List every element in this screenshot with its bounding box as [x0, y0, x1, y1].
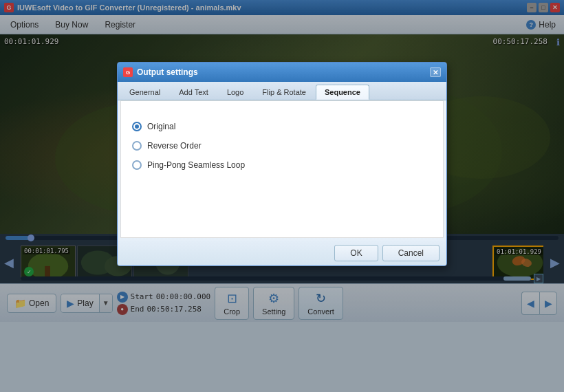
tab-genernal[interactable]: Genernal: [120, 85, 169, 100]
tab-logo[interactable]: Logo: [218, 85, 252, 100]
radio-reverse-label: Reverse Order: [147, 141, 202, 151]
dialog-title-left: G Output settings: [123, 67, 198, 77]
dialog-title-bar: G Output settings ✕: [118, 63, 446, 82]
radio-reverse-circle[interactable]: [132, 141, 142, 151]
radio-reverse[interactable]: Reverse Order: [132, 141, 432, 151]
dialog-title-icon: G: [123, 67, 133, 77]
radio-original-label: Original: [147, 122, 175, 131]
tab-sequence[interactable]: Sequence: [316, 85, 369, 100]
radio-original-circle[interactable]: [132, 122, 142, 131]
dialog-ok-button[interactable]: OK: [334, 245, 378, 261]
radio-pingpong-label: Ping-Pong Seamless Loop: [147, 160, 245, 170]
output-settings-dialog: G Output settings ✕ Genernal Add Text Lo…: [117, 62, 447, 266]
radio-original[interactable]: Original: [132, 122, 432, 131]
dialog-tabs: Genernal Add Text Logo Flip & Rotate Seq…: [118, 82, 446, 100]
dialog-cancel-button[interactable]: Cancel: [382, 245, 440, 261]
tab-flip-rotate[interactable]: Flip & Rotate: [253, 85, 315, 100]
radio-pingpong[interactable]: Ping-Pong Seamless Loop: [132, 160, 432, 170]
dialog-content: Original Reverse Order Ping-Pong Seamles…: [120, 100, 444, 238]
dialog-footer: OK Cancel: [118, 241, 446, 265]
dialog-close-button[interactable]: ✕: [430, 67, 441, 77]
tab-add-text[interactable]: Add Text: [170, 85, 217, 100]
radio-pingpong-circle[interactable]: [132, 160, 142, 170]
modal-overlay: G Output settings ✕ Genernal Add Text Lo…: [0, 0, 564, 392]
dialog-title: Output settings: [137, 67, 198, 77]
